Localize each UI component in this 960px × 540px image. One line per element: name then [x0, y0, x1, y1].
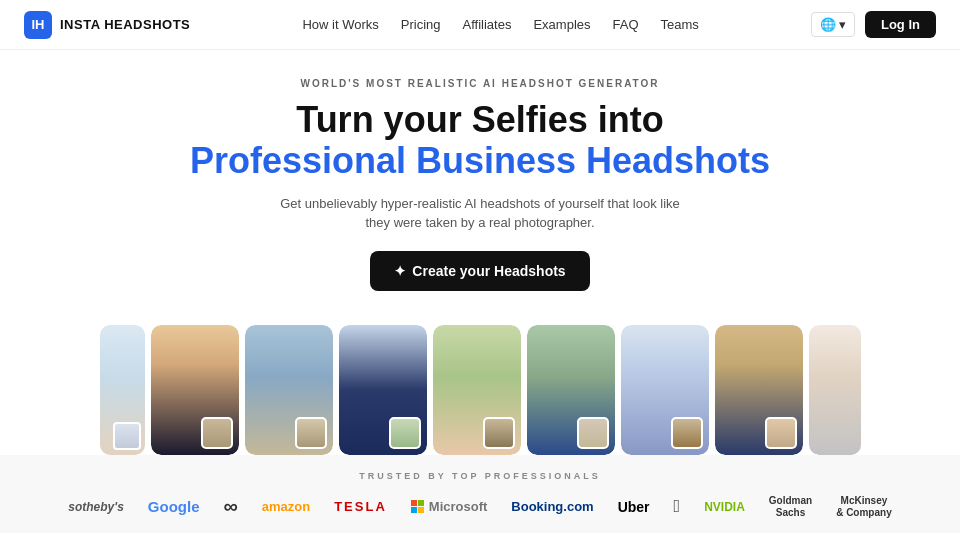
- photo-card-4: [433, 325, 521, 455]
- nav-affiliates[interactable]: Affiliates: [463, 17, 512, 32]
- hero-title-line1: Turn your Selfies into: [20, 99, 940, 140]
- photo-card-2: [245, 325, 333, 455]
- trusted-section: TRUSTED BY TOP PROFESSIONALS sotheby's G…: [0, 455, 960, 533]
- logo-sothebys: sotheby's: [68, 500, 124, 514]
- globe-chevron: ▾: [839, 17, 846, 32]
- hero-title-line2: Professional Business Headshots: [20, 140, 940, 181]
- photo-card-7: [715, 325, 803, 455]
- logo-google: Google: [148, 498, 200, 515]
- nav-how-it-works[interactable]: How it Works: [302, 17, 378, 32]
- logo-text: INSTA HEADSHOTS: [60, 17, 190, 32]
- globe-selector[interactable]: 🌐 ▾: [811, 12, 855, 37]
- trusted-label: TRUSTED BY TOP PROFESSIONALS: [0, 471, 960, 481]
- photo-card-0: [100, 325, 145, 455]
- logo-nvidia: NVIDIA: [704, 500, 745, 514]
- cta-button[interactable]: ✦ Create your Headshots: [370, 251, 589, 291]
- hero-section: WORLD'S MOST REALISTIC AI HEADSHOT GENER…: [0, 50, 960, 307]
- logo[interactable]: IH INSTA HEADSHOTS: [24, 11, 190, 39]
- nav-links: How it Works Pricing Affiliates Examples…: [302, 17, 698, 32]
- nav-examples[interactable]: Examples: [533, 17, 590, 32]
- logo-tesla: TESLA: [334, 499, 387, 514]
- microsoft-squares-icon: [411, 500, 425, 514]
- photo-card-8: [809, 325, 861, 455]
- hero-subtitle: Get unbelievably hyper-realistic AI head…: [270, 194, 690, 233]
- nav-teams[interactable]: Teams: [661, 17, 699, 32]
- nav-faq[interactable]: FAQ: [613, 17, 639, 32]
- logo-microsoft: Microsoft: [411, 499, 488, 514]
- logo-apple: : [674, 496, 681, 517]
- login-button[interactable]: Log In: [865, 11, 936, 38]
- photo-card-1: [151, 325, 239, 455]
- logo-amazon: amazon: [262, 499, 310, 514]
- cta-label: Create your Headshots: [412, 263, 565, 279]
- navbar: IH INSTA HEADSHOTS How it Works Pricing …: [0, 0, 960, 50]
- nav-right: 🌐 ▾ Log In: [811, 11, 936, 38]
- logo-goldman: GoldmanSachs: [769, 495, 812, 519]
- logo-meta: ∞: [224, 495, 238, 518]
- globe-icon: 🌐: [820, 17, 836, 32]
- photo-card-6: [621, 325, 709, 455]
- cta-icon: ✦: [394, 263, 406, 279]
- logo-uber: Uber: [618, 499, 650, 515]
- trusted-logos: sotheby's Google ∞ amazon TESLA Microsof…: [0, 495, 960, 519]
- photo-card-5: [527, 325, 615, 455]
- photo-strip: [0, 307, 960, 455]
- photo-card-3: [339, 325, 427, 455]
- nav-pricing[interactable]: Pricing: [401, 17, 441, 32]
- logo-booking: Booking.com: [511, 499, 593, 514]
- logo-icon: IH: [24, 11, 52, 39]
- hero-top-label: WORLD'S MOST REALISTIC AI HEADSHOT GENER…: [20, 78, 940, 89]
- logo-mckinsey: McKinsey& Company: [836, 495, 892, 519]
